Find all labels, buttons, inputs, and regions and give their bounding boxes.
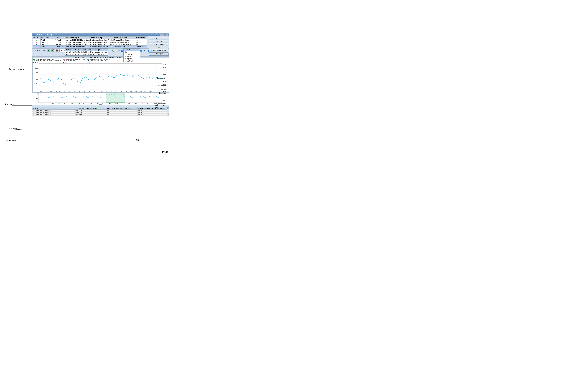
svg-text:05:50: 05:50 [134,91,137,92]
scrollbar-thumb[interactable] [167,107,169,109]
view-object-button[interactable]: View Object [149,52,168,55]
overview-panel-label: Overview panel [5,128,17,130]
duplicate-button[interactable]: Duplicate [149,40,168,43]
stats-group-4-value: Interface Additional Stats... [92,46,110,48]
clear-button[interactable]: Clear [149,46,168,49]
data-format-2: Periodic [135,41,148,43]
detail-chart-plot: 02:40 02:50 03:00 03:10 03:20 03:30 03:4… [39,63,162,92]
format-item-rate-gbps[interactable]: Rate (Gbps) [124,60,140,62]
cb-legend[interactable] [121,50,123,52]
dropdown-item-1[interactable]: network:38.120.200.211:shelf-1:cardSlot-… [65,49,108,51]
save-profiles-button[interactable]: Save Profile(s) [149,43,168,46]
cb-markers[interactable] [112,50,114,52]
svg-text:03:20: 03:20 [59,91,62,92]
paste-from-clipboard-button[interactable]: Paste from Clipboard [149,49,168,52]
restore-button[interactable]: ▭ [163,33,165,36]
monitored-obj-4-dropdown[interactable]: ▼ [86,46,88,48]
time-label: Time [38,104,162,105]
cb-gridx[interactable] [140,50,142,52]
legend-name-2: Plot 2 (receivedTotalOctets-Periodic) [66,59,86,60]
svg-text:05:30: 05:30 [124,91,127,92]
data-list-inner: Time ↑ (1) Plot 1 (receivedTotalOctets-R… [32,107,169,116]
data-format-4-dropdown[interactable]: ▼ [141,46,143,48]
history-icon [47,49,50,52]
data-row-2: Thu Mar 07 06:15:00 EST 2013 209801222 1… [32,112,169,114]
y-axis-4[interactable]: Y-Axis 2 ▼ [55,45,66,48]
cell-plot2-2: 14688 [106,112,138,113]
svg-text:05:40: 05:40 [129,91,132,92]
y-axis-left-labels: 3E8 2.5E8 2E8 1.5E8 1E8 5E7 0E0 -5E7 [32,63,39,92]
format-item-raw[interactable]: Raw [124,51,140,53]
stats-counter-4[interactable]: Transmitted Total ... ▼ [114,45,135,48]
remove-button[interactable]: Remove [149,37,168,40]
svg-rect-13 [56,50,58,51]
stats-group-1: Interface Additional Stats (Physical ... [90,39,114,41]
data-format-4-value: Periodic [135,46,141,48]
table-row-selected[interactable]: Plot 4 Y-Axis 2 ▼ [33,45,148,48]
svg-text:02:40: 02:40 [39,91,42,92]
overview-svg [38,93,162,103]
start-historical-btn[interactable] [47,49,50,52]
format-item-rate-mbps[interactable]: Rate (Mbps) [124,58,140,60]
cell-time-2: Thu Mar 07 06:15:00 EST 2013 [32,112,74,113]
col-c: C... [51,37,55,39]
legend-name-3: Plot 3 (transmittedTotalOctets-Periodic) [90,59,111,60]
format-item-rate-bps[interactable]: Rate (bps) [124,53,140,55]
monitored-obj-1: network:38.120.183.13:shelf-1:ca... [66,39,90,41]
minimize-button[interactable]: _ [160,33,163,36]
slider-label: Slider [136,139,140,141]
dropdown-item-2[interactable]: network:38.120.200.211:shelf-1:cardSlot-… [65,51,108,53]
cell-plot3-1: 14480 [138,110,169,111]
svg-text:05:20: 05:20 [119,91,122,92]
data-list-scrollbar[interactable]: ▼ [167,107,169,116]
scroll-left[interactable]: ◄ [33,50,34,51]
legend-annotation: Legend showingmonitored objectname [154,102,166,108]
y-axis-1: Y-Axis 1 [55,39,66,41]
save-current-view-annotation: Save currentview [157,77,166,81]
data-list-scroll-down[interactable]: ▼ [34,105,36,107]
data-format-4[interactable]: Periodic ▼ [135,45,148,48]
svg-text:03:00: 03:00 [49,91,52,92]
overview-plot: 12:00 13:00 14:00 15:00 16:00 17:00 18:0… [38,93,162,105]
svg-text:04:40: 04:40 [99,91,102,92]
stats-counter-3: Transmitted Total Octets [114,43,135,45]
format-item-periodic[interactable]: Periodic [124,49,140,51]
col-y-axis: Y Axis [55,37,66,39]
stats-group-4-dropdown[interactable]: ▼ [110,46,112,48]
window-title: Statistics Plotter (1) [36,34,52,36]
svg-rect-51 [38,93,162,103]
end-time-spin-down[interactable]: ▼ [110,50,112,52]
y-axis-2: Y-Axis 1 [55,41,66,43]
scrollbar-down-arrow[interactable]: ▼ [167,113,169,116]
legend-stats-1: MIN: 209332447 MAX: 210438529 AVG: 20977… [33,60,62,62]
stats-group-4[interactable]: ⊕ Interface Additional Stats... ▼ [90,45,114,48]
configuration-panel: Marker Plot Name C... Y Axis Monitored O… [32,36,169,49]
close-button[interactable]: ✕ [166,33,168,36]
dropdown-item-3[interactable]: network:38.120.200.211:shelf-1:cardSlot-… [65,53,108,55]
stop-icon [56,49,58,52]
svg-text:03:40: 03:40 [69,91,72,92]
monitored-obj-4[interactable]: network:38.120.183.13:she... ▼ [66,45,90,48]
legend-color-2 [63,59,65,60]
marker-4 [33,45,41,48]
start-realtime-btn[interactable] [51,49,54,52]
plot-name-3: Plot 3 [41,43,51,45]
cell-plot3-2: 14736 [138,112,169,113]
table-row[interactable]: ♦ Plot 3 Y-Axis 2 network:38.120.183.13:… [33,43,148,45]
end-time-spin-up[interactable]: ▲ [108,50,110,52]
scroll-right[interactable]: ► [35,50,36,51]
format-item-rate-kbps[interactable]: Rate (kbps) [124,55,140,58]
detail-chart-svg: 02:40 02:50 03:00 03:10 03:20 03:30 03:4… [39,64,162,92]
data-list-panel: ▲ ▼ Time ↑ (1) Plot 1 (receivedTotalOcte… [32,105,169,116]
data-list-scroll-up[interactable]: ▲ [33,105,34,107]
slider-region[interactable] [106,93,125,103]
col-data-format: Data Format [135,37,148,39]
stop-btn[interactable] [55,49,59,52]
stats-counter-4-dropdown[interactable]: ▼ [128,46,130,48]
svg-text:04:30: 04:30 [94,91,97,92]
realtime-icon [52,49,54,52]
x-axis-labels: 02:40 02:50 03:00 03:10 03:20 03:30 03:4… [39,91,152,92]
table-row[interactable]: ● Plot 2 Y-Axis 1 network:38.120.183.13:… [33,41,148,43]
table-row[interactable]: ■ Plot 1 Y-Axis 1 network:38.120.183.13:… [33,39,148,41]
y-axis-4-dropdown[interactable]: ▼ [61,46,63,48]
